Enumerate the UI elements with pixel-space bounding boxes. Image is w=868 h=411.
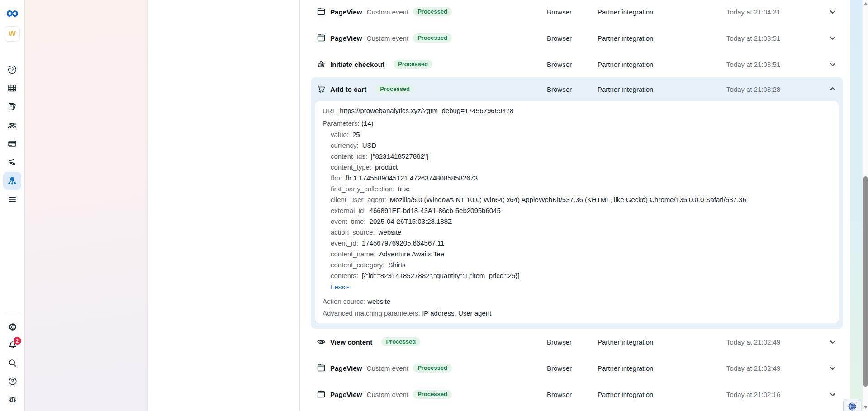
- event-name-cell: Add to cart Processed: [317, 85, 414, 94]
- event-time: Today at 21:03:51: [726, 61, 780, 68]
- event-source: Browser: [547, 34, 572, 42]
- param-row: client_user_agent:Mozilla/5.0 (Windows N…: [323, 194, 831, 205]
- event-row[interactable]: Add to cart Processed Browser Partner in…: [311, 77, 843, 101]
- sidebar-item-search[interactable]: [4, 354, 22, 372]
- browser-window-icon: [317, 7, 326, 16]
- help-icon: [8, 376, 18, 386]
- sidebar-item-audiences[interactable]: [3, 116, 21, 134]
- chevron-down-icon[interactable]: [829, 34, 837, 42]
- url-value: https://prowebanalytics.xyz/?gtm_debug=1…: [340, 107, 513, 114]
- parameters-count: (14): [361, 119, 374, 127]
- event-row[interactable]: Initiate checkout Processed Browser Part…: [311, 51, 843, 77]
- param-row: action_source:website: [323, 227, 831, 238]
- param-row: value:25: [323, 129, 831, 140]
- chevron-down-icon[interactable]: [829, 60, 837, 68]
- event-name-cell: PageView Custom event Processed: [317, 364, 452, 373]
- scrollbar-up-arrow[interactable]: [864, 2, 868, 5]
- event-time: Today at 21:03:51: [726, 34, 780, 42]
- dashboard-icon: [7, 65, 17, 75]
- sidebar-item-help[interactable]: [4, 372, 22, 390]
- event-type-label: Custom event: [367, 391, 409, 398]
- secondary-panel: [25, 0, 148, 411]
- triangle-up-icon: ▲: [346, 285, 350, 289]
- data-table-icon: [7, 83, 17, 93]
- sidebar-item-all-tools[interactable]: [3, 190, 21, 208]
- meta-logo-icon[interactable]: ∞: [6, 4, 18, 22]
- status-badge: Processed: [394, 60, 432, 69]
- show-less-link[interactable]: Less▲: [323, 281, 831, 294]
- status-badge: Processed: [413, 390, 452, 399]
- sidebar-item-settings[interactable]: [4, 318, 22, 336]
- workspace-avatar[interactable]: W: [5, 26, 20, 42]
- chevron-down-icon[interactable]: [829, 364, 837, 372]
- sidebar-item-data-table[interactable]: [3, 79, 21, 97]
- globe-icon: [848, 402, 857, 411]
- ads-megaphone-icon: [7, 157, 17, 167]
- event-source: Browser: [547, 391, 572, 398]
- sidebar-item-reports[interactable]: [3, 98, 21, 116]
- sidebar-item-events-manager[interactable]: [3, 172, 21, 190]
- billing-icon: [7, 139, 17, 149]
- status-badge: Processed: [381, 337, 420, 346]
- event-name: Initiate checkout: [330, 61, 384, 68]
- sidebar-item-notifications[interactable]: 2: [4, 336, 22, 354]
- param-row: content_category:Shirts: [323, 260, 831, 270]
- event-source: Browser: [547, 364, 572, 372]
- event-source: Browser: [547, 338, 572, 346]
- event-type-label: Custom event: [367, 34, 409, 42]
- vertical-scrollbar[interactable]: [862, 0, 868, 411]
- sidebar-item-ads-tools[interactable]: [3, 153, 21, 171]
- url-label: URL:: [323, 107, 338, 114]
- basket-icon: [317, 60, 326, 69]
- chevron-down-icon[interactable]: [829, 8, 837, 16]
- param-row: external_id:466891EF-bd18-43A1-86cb-5eb2…: [323, 205, 831, 216]
- cart-icon: [317, 85, 326, 94]
- icon-sidebar: ∞ W: [0, 0, 25, 411]
- event-source: Browser: [547, 8, 572, 16]
- chevron-up-icon[interactable]: [829, 85, 837, 93]
- event-row[interactable]: View content Processed Browser Partner i…: [311, 329, 843, 355]
- event-row[interactable]: PageView Custom event Processed Browser …: [311, 355, 843, 381]
- event-type-label: Custom event: [367, 8, 409, 16]
- event-row[interactable]: PageView Custom event Processed Browser …: [311, 0, 843, 25]
- event-name: PageView: [330, 34, 362, 42]
- background-gradient-strip: [850, 0, 862, 411]
- event-row[interactable]: PageView Custom event Processed Browser …: [311, 381, 843, 407]
- sidebar-item-report-bug[interactable]: [4, 390, 22, 408]
- sidebar-item-dashboard[interactable]: [3, 61, 21, 79]
- status-badge: Processed: [413, 33, 452, 43]
- advanced-matching-label: Advanced matching parameters:: [323, 309, 420, 317]
- event-name: View content: [330, 338, 372, 346]
- param-row: content_type:product: [323, 162, 831, 173]
- sidebar-item-billing[interactable]: [3, 135, 21, 153]
- event-name-cell: Initiate checkout Processed: [317, 60, 432, 69]
- event-name-cell: View content Processed: [317, 337, 420, 346]
- event-connection: Partner integration: [598, 85, 653, 93]
- sidebar-divider: [6, 314, 19, 314]
- scrollbar-down-arrow[interactable]: [864, 406, 868, 409]
- event-row-expanded: Add to cart Processed Browser Partner in…: [311, 77, 843, 329]
- chevron-down-icon[interactable]: [829, 390, 837, 398]
- audiences-icon: [7, 120, 17, 130]
- scrollbar-thumb[interactable]: [863, 176, 868, 387]
- events-manager-icon: [7, 175, 18, 186]
- event-name: PageView: [330, 364, 362, 372]
- chevron-down-icon[interactable]: [829, 338, 837, 346]
- url-line: URL: https://prowebanalytics.xyz/?gtm_de…: [323, 105, 831, 117]
- event-time: Today at 21:02:16: [726, 391, 780, 398]
- event-time: Today at 21:02:49: [726, 364, 780, 372]
- event-source: Browser: [547, 61, 572, 68]
- event-time: Today at 21:03:28: [726, 85, 780, 93]
- event-connection: Partner integration: [598, 8, 653, 16]
- settings-gear-icon: [8, 322, 18, 332]
- event-connection: Partner integration: [598, 34, 653, 42]
- advanced-matching-value: IP address, User agent: [422, 309, 491, 317]
- parameters-label: Parameters:: [323, 119, 360, 127]
- param-row: content_name:Adventure Awaits Tee: [323, 249, 831, 260]
- event-activity-list: PageView Custom event Processed Browser …: [300, 0, 851, 411]
- action-source-value: website: [367, 298, 390, 305]
- event-row[interactable]: PageView Custom event Processed Browser …: [311, 25, 843, 51]
- globe-overlay-button[interactable]: [843, 399, 861, 411]
- status-badge: Processed: [413, 364, 452, 373]
- param-row: contents:[{"id":"8231418527882","quantit…: [323, 270, 831, 281]
